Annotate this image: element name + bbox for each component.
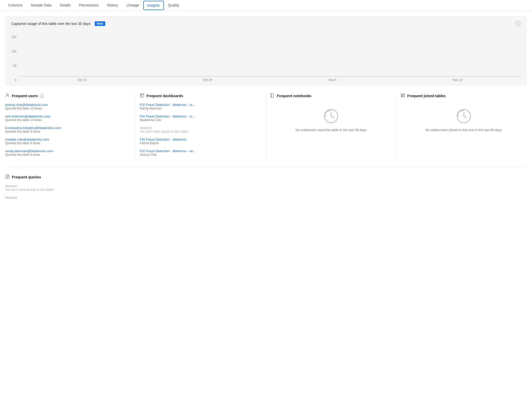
tab-bar: Columns Sample Data Details Permissions … bbox=[0, 0, 532, 11]
masked-label: Masked bbox=[140, 126, 262, 130]
masked-label: Masked bbox=[5, 196, 527, 199]
user-query-count: Queried this table 9 times bbox=[5, 130, 131, 133]
y-label-100: 100 bbox=[11, 50, 16, 53]
svg-rect-4 bbox=[271, 94, 274, 97]
joined-empty-text: No tables were joined to this one in the… bbox=[425, 127, 502, 133]
x-labels: Oct 22 Oct 29 Nov 5 Nov 12 bbox=[20, 77, 521, 82]
dashboard-name[interactable]: FSI Fraud Detection - dbdemos - an... bbox=[140, 149, 262, 153]
joined-history-icon bbox=[456, 108, 472, 124]
user-icon bbox=[5, 93, 10, 99]
frequent-notebooks-header: Frequent notebooks bbox=[270, 93, 392, 99]
grid-line-50 bbox=[20, 76, 521, 76]
frequent-users-header: Frequent users ℹ bbox=[5, 93, 131, 99]
x-label-nov12: Nov 12 bbox=[453, 78, 463, 82]
user-email[interactable]: ram.krishnan@databricks.com bbox=[5, 114, 131, 118]
svg-rect-7 bbox=[401, 94, 405, 97]
svg-rect-1 bbox=[140, 94, 144, 97]
bar-chart: 0 50 100 150 Oct 22 Oct 29 Nov 5 bbox=[11, 30, 521, 82]
frequent-queries-title: Frequent queries bbox=[12, 175, 41, 179]
dashboard-name[interactable]: FSI Fraud Detection - dbdemos - m... bbox=[140, 114, 262, 118]
new-badge: New bbox=[95, 21, 105, 26]
masked-desc: You don't have access to this object bbox=[5, 188, 527, 192]
user-entry: ram.krishnan@databricks.comQueried this … bbox=[5, 114, 131, 122]
tab-sample-data[interactable]: Sample Data bbox=[26, 0, 56, 11]
chart-section: Captured usage of this table over the la… bbox=[5, 16, 527, 86]
masked-label: Masked bbox=[5, 184, 527, 188]
masked-desc: You don't have access to this object bbox=[140, 130, 262, 133]
user-entry: konstantina.fotiadou@databricks.comQueri… bbox=[5, 126, 131, 133]
user-email[interactable]: konstantina.fotiadou@databricks.com bbox=[5, 126, 131, 130]
user-email[interactable]: antony.chia@databricks.com bbox=[5, 103, 131, 107]
bars-area: Oct 22 Oct 29 Nov 5 Nov 12 bbox=[20, 76, 521, 82]
chart-info-icon[interactable]: ℹ bbox=[516, 21, 521, 26]
tab-quality[interactable]: Quality bbox=[164, 0, 183, 11]
frequent-joined-section: Frequent joined tables No tables were jo… bbox=[396, 93, 527, 161]
x-label-nov5: Nov 5 bbox=[329, 78, 336, 82]
sections-grid: Frequent users ℹ antony.chia@databricks.… bbox=[5, 93, 527, 167]
user-query-count: Queried this table 6 times bbox=[5, 153, 131, 157]
user-query-count: Queried this table 8 times bbox=[5, 141, 131, 145]
dashboard-entry: MaskedYou don't have access to this obje… bbox=[140, 126, 262, 133]
y-label-0: 0 bbox=[11, 79, 16, 82]
grid-line-150 bbox=[20, 76, 521, 76]
dashboard-author: Antony Chia bbox=[140, 153, 262, 157]
y-axis: 0 50 100 150 bbox=[11, 35, 16, 82]
user-query-count: Queried this table 13 times bbox=[5, 107, 131, 110]
notebooks-history-icon bbox=[323, 108, 339, 124]
dashboard-entry: FSI Fraud Detection - dbdemos - an...Ant… bbox=[140, 149, 262, 157]
tab-permissions[interactable]: Permissions bbox=[75, 0, 103, 11]
bars-wrapper bbox=[20, 76, 521, 77]
dashboard-entry: FSI Fraud Detection - dbdemos - ra...Ran… bbox=[140, 103, 262, 110]
queries-list: MaskedYou don't have access to this obje… bbox=[5, 184, 527, 199]
dashboard-author: Madeleine Cole bbox=[140, 118, 262, 122]
frequent-queries-section: Frequent queries MaskedYou don't have ac… bbox=[5, 173, 527, 199]
query-entry: MaskedYou don't have access to this obje… bbox=[5, 184, 527, 192]
frequent-notebooks-section: Frequent notebooks No notebooks used thi… bbox=[266, 93, 396, 161]
dashboard-name[interactable]: FSI Fraud Detection - dbdemos bbox=[140, 138, 262, 141]
user-email[interactable]: maddie.cole@databricks.com bbox=[5, 138, 131, 141]
main-content: Captured usage of this table over the la… bbox=[0, 11, 532, 209]
dashboard-entry: FSI Fraud Detection - dbdemosPatrick Bay… bbox=[140, 138, 262, 145]
joined-empty-state: No tables were joined to this one in the… bbox=[401, 103, 527, 138]
tab-lineage[interactable]: Lineage bbox=[122, 0, 143, 11]
tab-details[interactable]: Details bbox=[56, 0, 75, 11]
users-info-icon[interactable]: ℹ bbox=[40, 94, 44, 98]
dashboards-list: FSI Fraud Detection - dbdemos - ra...Ran… bbox=[140, 103, 262, 157]
tab-history[interactable]: History bbox=[103, 0, 122, 11]
user-entry: randy.akerman@databricks.comQueried this… bbox=[5, 149, 131, 157]
dashboard-icon bbox=[140, 93, 144, 99]
dashboard-name[interactable]: FSI Fraud Detection - dbdemos - ra... bbox=[140, 103, 262, 107]
frequent-dashboards-title: Frequent dashboards bbox=[146, 94, 183, 98]
dashboard-entry: FSI Fraud Detection - dbdemos - m...Made… bbox=[140, 114, 262, 122]
notebook-icon bbox=[270, 93, 275, 99]
frequent-users-title: Frequent users bbox=[12, 94, 38, 98]
tab-columns[interactable]: Columns bbox=[4, 0, 26, 11]
y-label-50: 50 bbox=[11, 64, 16, 67]
grid-line-100 bbox=[20, 76, 521, 76]
user-entry: maddie.cole@databricks.comQueried this t… bbox=[5, 138, 131, 145]
users-list: antony.chia@databricks.comQueried this t… bbox=[5, 103, 131, 157]
x-label-oct22: Oct 22 bbox=[78, 78, 87, 82]
frequent-dashboards-header: Frequent dashboards bbox=[140, 93, 262, 99]
frequent-notebooks-title: Frequent notebooks bbox=[277, 94, 312, 98]
dashboard-author: Patrick Bayne bbox=[140, 141, 262, 145]
x-label-oct29: Oct 29 bbox=[203, 78, 212, 82]
notebooks-empty-state: No notebooks used this table in the last… bbox=[270, 103, 392, 138]
frequent-dashboards-section: Frequent dashboards FSI Fraud Detection … bbox=[136, 93, 266, 161]
user-entry: antony.chia@databricks.comQueried this t… bbox=[5, 103, 131, 110]
user-query-count: Queried this table 13 times bbox=[5, 118, 131, 122]
tab-insights[interactable]: Insights bbox=[143, 1, 164, 10]
frequent-users-section: Frequent users ℹ antony.chia@databricks.… bbox=[5, 93, 136, 161]
dashboard-author: Randy Akerman bbox=[140, 107, 262, 110]
frequent-joined-title: Frequent joined tables bbox=[407, 94, 446, 98]
joined-tables-icon bbox=[401, 93, 405, 99]
frequent-queries-header: Frequent queries bbox=[5, 174, 527, 180]
y-label-150: 150 bbox=[11, 35, 16, 39]
chart-title: Captured usage of this table over the la… bbox=[11, 22, 91, 26]
chart-header: Captured usage of this table over the la… bbox=[11, 21, 521, 26]
notebooks-empty-text: No notebooks used this table in the last… bbox=[296, 127, 367, 133]
frequent-joined-header: Frequent joined tables bbox=[401, 93, 527, 99]
svg-point-0 bbox=[7, 94, 8, 95]
user-email[interactable]: randy.akerman@databricks.com bbox=[5, 149, 131, 153]
query-entry: Masked bbox=[5, 196, 527, 199]
